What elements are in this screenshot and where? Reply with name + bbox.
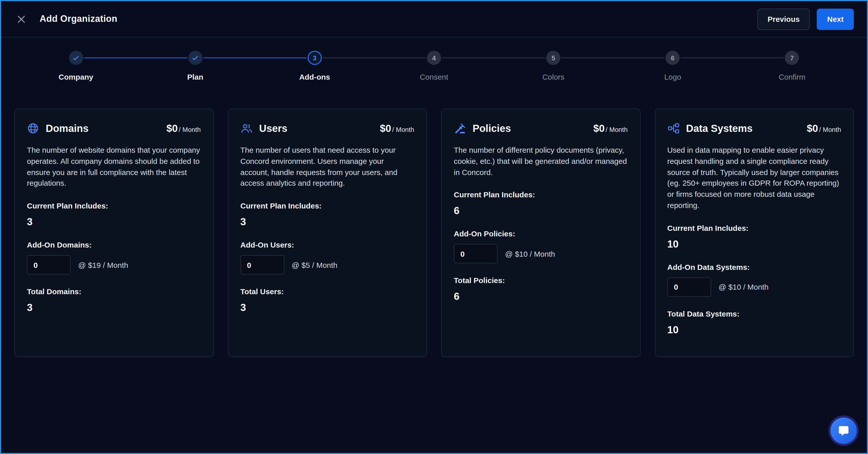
total-value: 3: [240, 302, 414, 314]
step-circle-completed: [69, 51, 83, 65]
addon-rate: @ $10 / Month: [505, 250, 555, 258]
card-header: Policies $0 / Month: [454, 122, 628, 134]
card-header: Data Systems $0 / Month: [667, 122, 841, 134]
wizard-stepper: Company Plan 3 Add-ons 4 Consent: [1, 37, 867, 81]
price-period: / Month: [606, 126, 628, 133]
close-button[interactable]: [14, 12, 28, 26]
gavel-icon: [454, 122, 466, 134]
users-icon: [240, 122, 252, 134]
card-price: $0 / Month: [380, 123, 414, 134]
addon-quantity-input[interactable]: [27, 255, 70, 274]
step-label: Company: [59, 72, 93, 81]
step-number: 4: [432, 54, 436, 62]
current-plan-label: Current Plan Includes:: [667, 223, 841, 232]
check-icon: [191, 54, 199, 62]
addon-label: Add-On Users:: [240, 240, 414, 249]
total-value: 6: [454, 291, 628, 302]
stepper-step-colors[interactable]: 5 Colors: [494, 51, 613, 81]
addon-card-data-systems: Data Systems $0 / Month Used in data map…: [655, 108, 854, 357]
price-amount: $0: [380, 123, 391, 134]
addon-label: Add-On Data Systems:: [667, 262, 841, 271]
data-systems-icon: [667, 122, 679, 134]
stepper-step-logo[interactable]: 6 Logo: [613, 51, 732, 81]
addon-rate: @ $10 / Month: [718, 283, 769, 291]
step-circle-upcoming: 5: [546, 51, 560, 65]
stepper-step-add-ons[interactable]: 3 Add-ons: [255, 51, 374, 81]
step-label: Logo: [664, 72, 681, 81]
stepper-step-consent[interactable]: 4 Consent: [374, 51, 494, 81]
total-value: 3: [27, 302, 201, 314]
current-plan-value: 3: [27, 216, 201, 228]
card-price: $0 / Month: [593, 123, 628, 134]
step-label: Confirm: [779, 72, 805, 81]
card-header: Users $0 / Month: [240, 122, 414, 134]
addon-row: @ $19 / Month: [27, 255, 201, 274]
step-label: Consent: [420, 72, 448, 81]
globe-icon: [27, 122, 39, 134]
viewport: Add Organization Previous Next Company P…: [0, 0, 868, 454]
stepper-step-company[interactable]: Company: [16, 51, 135, 81]
chat-bubble-icon: [838, 425, 850, 437]
total-value: 10: [667, 324, 841, 335]
addon-quantity-input[interactable]: [240, 255, 284, 274]
step-number: 7: [790, 54, 794, 62]
stepper-step-confirm[interactable]: 7 Confirm: [733, 51, 852, 81]
addon-row: @ $10 / Month: [454, 244, 628, 263]
card-description: Used in data mapping to enable easier pr…: [667, 144, 841, 211]
addon-label: Add-On Domains:: [27, 240, 201, 249]
addon-quantity-input[interactable]: [454, 244, 497, 263]
chat-launcher-button[interactable]: [831, 418, 857, 444]
step-number: 3: [313, 54, 316, 62]
modal-header: Add Organization Previous Next: [1, 1, 867, 37]
card-description: The number of website domains that your …: [27, 144, 201, 189]
addon-row: @ $5 / Month: [240, 255, 414, 274]
card-header: Domains $0 / Month: [27, 122, 201, 134]
card-price: $0 / Month: [166, 123, 201, 134]
step-label: Plan: [187, 72, 203, 81]
card-title: Users: [259, 123, 287, 134]
add-organization-modal: Add Organization Previous Next Company P…: [0, 0, 868, 454]
step-circle-current: 3: [308, 51, 322, 65]
price-period: / Month: [819, 126, 841, 133]
step-circle-upcoming: 6: [666, 51, 680, 65]
card-title: Domains: [46, 123, 89, 134]
stepper-step-plan[interactable]: Plan: [135, 51, 255, 81]
step-label: Add-ons: [299, 72, 330, 81]
card-title: Policies: [472, 123, 511, 134]
check-icon: [72, 54, 80, 62]
addon-row: @ $10 / Month: [667, 277, 841, 296]
header-actions: Previous Next: [757, 8, 854, 30]
addon-quantity-input[interactable]: [667, 277, 711, 296]
card-price: $0 / Month: [807, 123, 841, 134]
addon-card-users: Users $0 / Month The number of users tha…: [228, 108, 427, 357]
total-label: Total Data Systems:: [667, 309, 841, 318]
total-label: Total Domains:: [27, 287, 201, 296]
total-label: Total Policies:: [454, 276, 628, 285]
addon-rate: @ $5 / Month: [291, 260, 338, 269]
step-number: 6: [671, 54, 674, 62]
card-description: The number of different policy documents…: [454, 144, 628, 178]
card-description: The number of users that need access to …: [240, 144, 414, 189]
addon-label: Add-On Policies:: [454, 230, 628, 238]
step-circle-completed: [188, 51, 202, 65]
price-period: / Month: [179, 126, 201, 133]
step-number: 5: [552, 54, 555, 62]
previous-button[interactable]: Previous: [757, 8, 810, 30]
current-plan-value: 6: [454, 205, 628, 217]
card-title: Data Systems: [686, 123, 752, 134]
price-period: / Month: [392, 126, 414, 133]
addon-card-domains: Domains $0 / Month The number of website…: [14, 108, 213, 357]
current-plan-value: 10: [667, 238, 841, 250]
step-circle-upcoming: 4: [427, 51, 441, 65]
stepper-steps: Company Plan 3 Add-ons 4 Consent: [16, 51, 852, 81]
step-label: Colors: [542, 72, 564, 81]
addon-rate: @ $19 / Month: [78, 260, 128, 269]
total-label: Total Users:: [240, 287, 414, 296]
next-button[interactable]: Next: [817, 8, 854, 30]
page-title: Add Organization: [40, 14, 117, 24]
price-amount: $0: [166, 123, 178, 134]
step-circle-upcoming: 7: [785, 51, 799, 65]
current-plan-label: Current Plan Includes:: [27, 201, 201, 210]
close-icon: [17, 14, 26, 24]
current-plan-value: 3: [240, 216, 414, 228]
